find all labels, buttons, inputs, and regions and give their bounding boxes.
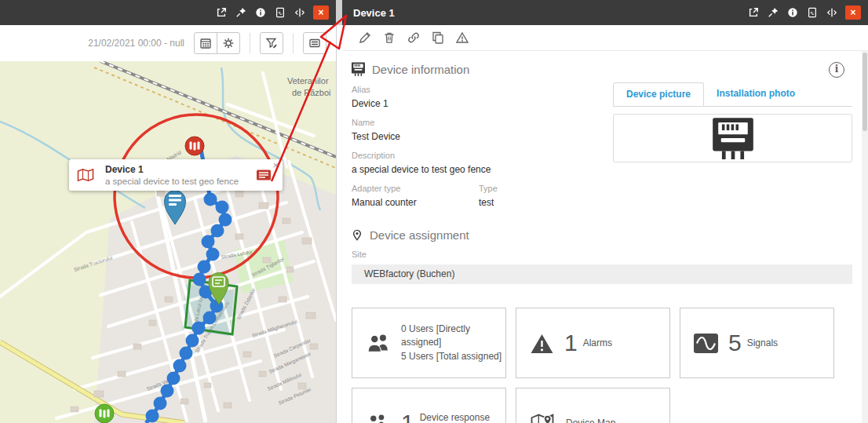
map-basemap: Veteranilor de Război Strada Madrid Stra…: [0, 61, 336, 423]
alias-value: Device 1: [352, 98, 597, 109]
device-action-toolbar: [342, 25, 868, 51]
device-details-icon[interactable]: [256, 169, 272, 181]
type-value: test: [479, 197, 498, 208]
device-cards: 0 Users [Directly assigned] 5 Users [Tot…: [352, 308, 838, 423]
location-icon: [352, 228, 363, 242]
name-value: Test Device: [352, 131, 597, 142]
signals-count: 5: [728, 330, 742, 356]
calendar-button[interactable]: [194, 32, 217, 54]
popup-device-title: Device 1: [105, 164, 256, 175]
tab-installation-photo[interactable]: Installation photo: [704, 82, 808, 106]
description-label: Description: [352, 151, 597, 160]
picture-tabs: Device picture Installation photo: [613, 82, 852, 107]
device-picture-box: [613, 114, 852, 162]
section-title: Device assignment: [370, 228, 469, 242]
device-information-heading: Device information: [352, 62, 852, 76]
alarms-card[interactable]: 1 Alarms: [516, 308, 670, 378]
users-line1: 0 Users [Directly assigned]: [401, 323, 505, 350]
open-in-new-icon[interactable]: [747, 6, 760, 19]
resize-icon[interactable]: [294, 6, 306, 19]
adapter-type-label: Adapter type: [352, 184, 479, 193]
device-map-pin-icon: [77, 167, 94, 183]
device-panel-title: Device 1: [342, 7, 395, 19]
device-picture-icon: [713, 117, 753, 159]
datetime-range-label: 21/02/2021 00:00 - null: [88, 38, 184, 49]
info-icon[interactable]: [254, 6, 267, 19]
teams-icon: [366, 413, 391, 423]
description-value: a special device to test geo fence: [352, 164, 597, 175]
device-map-label: Device Map: [566, 418, 615, 423]
site-value[interactable]: WEBfactory (Buchen): [352, 264, 852, 284]
edit-icon[interactable]: [356, 29, 374, 46]
app-root: × 21/02/2021 00:00 - null: [0, 0, 868, 423]
pdf-icon[interactable]: [274, 6, 286, 19]
place-label: de Război: [292, 88, 331, 97]
map-toolbar: 21/02/2021 00:00 - null: [0, 25, 336, 61]
panel-divider: [336, 0, 342, 423]
map-icon: [530, 412, 555, 423]
close-icon[interactable]: ×: [845, 5, 861, 20]
map-window-header: ×: [0, 0, 336, 25]
users-line2: 5 Users [Total assigned]: [401, 350, 505, 363]
signals-card[interactable]: 5 Signals: [680, 308, 834, 378]
tracking-list-button[interactable]: [303, 32, 326, 54]
site-label: Site: [352, 250, 852, 259]
vertical-scrollbar[interactable]: [862, 51, 868, 423]
signals-label: Signals: [747, 337, 778, 348]
device-icon: [352, 62, 365, 76]
device-panel: Device 1 × i Device information: [342, 0, 868, 423]
alarms-count: 1: [564, 330, 578, 356]
map-popup: Device 1 a special device to test geo fe…: [69, 159, 283, 191]
alarm-icon: [530, 333, 554, 354]
scrollbar-thumb[interactable]: [863, 53, 867, 131]
device-content: i Device information Alias Device 1 Name…: [342, 51, 868, 423]
response-teams-label: Device response teams: [420, 412, 505, 423]
map-canvas[interactable]: Veteranilor de Război Strada Madrid Stra…: [0, 61, 336, 423]
pin-icon[interactable]: [235, 6, 247, 19]
close-icon[interactable]: ×: [313, 5, 329, 20]
device-map-card[interactable]: Device Map: [516, 388, 670, 423]
map-panel: × 21/02/2021 00:00 - null: [0, 0, 336, 423]
device-assignment-heading: Device assignment: [352, 228, 852, 242]
section-info-button[interactable]: i: [829, 62, 844, 78]
name-label: Name: [352, 118, 597, 127]
alarms-label: Alarms: [583, 337, 612, 348]
copy-icon[interactable]: [429, 29, 447, 46]
filter-button[interactable]: [260, 32, 283, 54]
info-icon[interactable]: [786, 6, 799, 19]
settings-button[interactable]: [217, 32, 240, 54]
resize-icon[interactable]: [826, 6, 838, 19]
response-teams-card[interactable]: 1 Device response teams: [352, 388, 506, 423]
popup-device-description: a special device to test geo fence: [105, 177, 256, 186]
users-card[interactable]: 0 Users [Directly assigned] 5 Users [Tot…: [352, 308, 506, 378]
open-in-new-icon[interactable]: [215, 6, 228, 19]
users-icon: [366, 333, 391, 353]
place-label: Veteranilor: [287, 76, 329, 86]
green-device-marker[interactable]: [95, 404, 114, 423]
section-title: Device information: [372, 63, 469, 76]
adapter-type-value: Manual counter: [352, 197, 479, 208]
signals-icon: [694, 334, 718, 353]
response-teams-count: 1: [401, 410, 414, 423]
alias-label: Alias: [352, 85, 597, 94]
popup-close-icon[interactable]: ×: [272, 159, 279, 171]
pin-icon[interactable]: [767, 6, 779, 19]
device-window-header: Device 1 ×: [342, 0, 868, 25]
type-label: Type: [479, 184, 498, 193]
pdf-icon[interactable]: [806, 6, 819, 19]
tab-device-picture[interactable]: Device picture: [613, 82, 704, 106]
delete-icon[interactable]: [381, 29, 398, 46]
link-icon[interactable]: [405, 29, 422, 46]
red-device-marker[interactable]: [185, 137, 204, 155]
alarm-icon[interactable]: [454, 29, 471, 46]
